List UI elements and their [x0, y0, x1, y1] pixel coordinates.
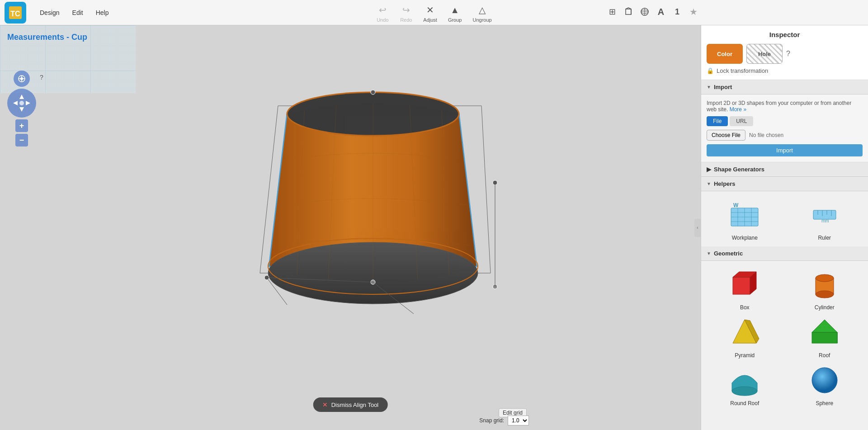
import-button[interactable]: Import — [707, 144, 863, 156]
star-button[interactable]: ★ — [686, 5, 701, 19]
grid-view-button[interactable]: ⊞ — [605, 5, 619, 19]
svg-point-68 — [812, 368, 837, 393]
group-button[interactable]: ▲ Group — [448, 4, 462, 23]
svg-marker-64 — [812, 320, 837, 332]
shape-item-roof[interactable]: Roof — [787, 314, 863, 359]
menu-help[interactable]: Help — [90, 6, 115, 19]
undo-icon: ↩ — [376, 4, 389, 16]
geometric-label: Geometric — [714, 250, 743, 257]
shape-item-ruler[interactable]: mm Ruler — [787, 197, 863, 241]
svg-point-61 — [816, 291, 834, 298]
shape-item-workplane[interactable]: W Workplane — [707, 197, 783, 241]
dismiss-label: Dismiss Align Tool — [331, 402, 379, 408]
svg-text:TC: TC — [10, 10, 20, 18]
workplane-thumb: W — [726, 197, 763, 233]
no-file-label: No file chosen — [749, 132, 783, 138]
shape-item-box[interactable]: Box — [707, 266, 783, 311]
svg-text:W: W — [733, 202, 739, 208]
round-roof-thumb — [726, 362, 763, 398]
shape-generators-label: Shape Generators — [714, 166, 764, 173]
view-home-button[interactable] — [14, 71, 30, 87]
lock-transformation-row: 🔒 Lock transformation — [707, 67, 863, 74]
helpers-section: ▼ Helpers — [701, 177, 868, 246]
color-button[interactable]: Color — [707, 44, 743, 64]
orbit-control[interactable] — [7, 89, 36, 118]
helpers-header[interactable]: ▼ Helpers — [701, 177, 868, 191]
cylinder-thumb — [807, 266, 843, 302]
svg-point-60 — [816, 274, 834, 282]
choose-file-button[interactable]: Choose File — [707, 130, 745, 141]
mesh-view-button[interactable] — [637, 5, 652, 19]
lock-icon: 🔒 — [707, 67, 714, 74]
shape-item-pyramid[interactable]: Pyramid — [707, 314, 783, 359]
ungroup-button[interactable]: △ Ungroup — [472, 4, 491, 23]
hole-button[interactable]: Hole — [746, 44, 783, 64]
panel-collapse-toggle[interactable]: ‹ — [694, 219, 701, 237]
svg-line-29 — [481, 106, 491, 273]
sphere-label: Sphere — [816, 400, 833, 406]
helpers-arrow-icon: ▼ — [707, 181, 711, 186]
shape-generators-section: ▶ Shape Generators — [701, 162, 868, 177]
cup-object — [237, 79, 509, 373]
svg-marker-24 — [13, 101, 18, 105]
roof-thumb — [807, 314, 843, 350]
zoom-in-button[interactable]: + — [15, 119, 28, 132]
shape-gen-arrow-icon: ▶ — [707, 166, 711, 173]
svg-rect-58 — [733, 277, 750, 294]
snap-grid-control: Snap grid: 1.0 0.5 2.0 — [479, 416, 529, 425]
import-more-link[interactable]: More » — [730, 106, 746, 113]
redo-icon: ↪ — [400, 4, 412, 16]
svg-marker-22 — [19, 95, 24, 99]
adjust-icon: ✕ — [424, 4, 437, 16]
geometric-grid: Box Cylinder — [701, 261, 868, 412]
file-chooser-row: Choose File No file chosen — [707, 130, 863, 141]
tab-file[interactable]: File — [707, 116, 728, 126]
dismiss-align-tool-bar[interactable]: ✕ Dismiss Align Tool — [313, 397, 388, 412]
import-section: ▼ Import Import 2D or 3D shapes from you… — [701, 80, 868, 162]
inspector-controls: Color Hole ? — [707, 44, 863, 64]
toolbar: ↩ Undo ↪ Redo ✕ Adjust ▲ Group △ Ungroup — [376, 4, 491, 23]
inspector-help-icon[interactable]: ? — [786, 50, 790, 58]
ruler-thumb: mm — [807, 197, 843, 233]
undo-button[interactable]: ↩ Undo — [376, 4, 389, 23]
viewport[interactable]: Measurements - Cup — [0, 25, 701, 430]
handle-top-center[interactable] — [371, 90, 375, 95]
svg-point-67 — [732, 387, 757, 396]
svg-marker-25 — [26, 101, 30, 105]
snap-grid-select[interactable]: 1.0 0.5 2.0 — [508, 416, 529, 425]
sphere-thumb — [807, 362, 843, 398]
menu-edit[interactable]: Edit — [66, 6, 90, 19]
box-thumb — [726, 266, 763, 302]
help-hint[interactable]: ? — [40, 74, 43, 81]
lock-label: Lock transformation — [717, 67, 768, 74]
snap-grid-label: Snap grid: — [479, 417, 504, 424]
shape-generators-header[interactable]: ▶ Shape Generators — [701, 162, 868, 177]
svg-text:mm: mm — [821, 218, 829, 223]
shape-item-cylinder[interactable]: Cylinder — [787, 266, 863, 311]
text-tool-button[interactable]: A — [654, 5, 668, 19]
pyramid-label: Pyramid — [735, 352, 755, 359]
page-title: Measurements - Cup — [7, 33, 87, 42]
adjust-button[interactable]: ✕ Adjust — [423, 4, 437, 23]
number-tool-button[interactable]: 1 — [670, 5, 684, 19]
geometric-header[interactable]: ▼ Geometric — [701, 246, 868, 261]
shape-item-sphere[interactable]: Sphere — [787, 362, 863, 406]
geometric-section: ▼ Geometric Box — [701, 246, 868, 412]
app-logo[interactable]: TC — [5, 2, 26, 24]
ungroup-icon: △ — [476, 4, 489, 16]
3d-object-container — [90, 48, 656, 403]
inspector-title: Inspector — [707, 31, 863, 38]
svg-rect-3 — [626, 9, 631, 14]
import-header[interactable]: ▼ Import — [701, 80, 868, 95]
shape-item-round-roof[interactable]: Round Roof — [707, 362, 783, 406]
cube-view-button[interactable] — [621, 5, 636, 19]
file-url-tabs: File URL — [707, 116, 863, 126]
main-area: Measurements - Cup — [0, 25, 868, 430]
helpers-label: Helpers — [714, 180, 736, 187]
menu-design[interactable]: Design — [33, 6, 66, 19]
import-content: Import 2D or 3D shapes from your compute… — [701, 95, 868, 162]
zoom-out-button[interactable]: − — [15, 134, 28, 146]
tab-url[interactable]: URL — [730, 116, 753, 126]
redo-button[interactable]: ↪ Redo — [400, 4, 412, 23]
workplane-label: Workplane — [732, 235, 758, 241]
